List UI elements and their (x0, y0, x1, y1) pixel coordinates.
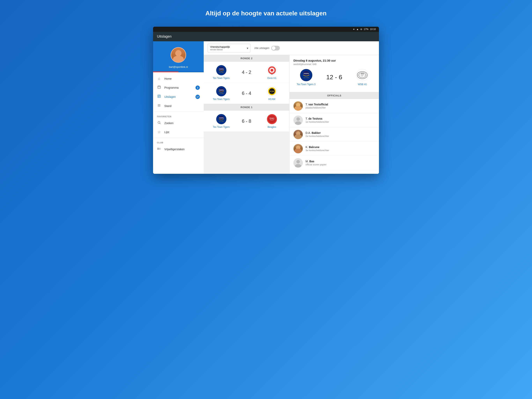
home-icon: ⌂ (157, 77, 161, 81)
dropdown-label: Vriendschappelijk (210, 45, 243, 48)
programma-badge: 2 (196, 85, 200, 90)
official-role: 3e honkscheidsrechter (305, 149, 375, 152)
search-icon (157, 121, 161, 125)
svg-text:HCAW: HCAW (270, 90, 274, 92)
sidebar-item-programma[interactable]: Programma 2 (153, 83, 204, 92)
sidebar-item-lijst[interactable]: ☆ Lijst (153, 128, 204, 137)
match-item[interactable]: TIGERS TEX TOWN Tex Town Tigers 6 - 8 (204, 111, 289, 132)
svg-rect-15 (158, 149, 158, 150)
official-info: T. van Testofficial plaatscheidsrechter (305, 103, 375, 109)
detail-away-logo: WSB APL. (356, 69, 369, 81)
sidebar-item-label: Stand (164, 104, 171, 108)
match-item[interactable]: TIGERS TEX TOWN Tex Town Tigers 6 - 4 (204, 83, 289, 104)
signal-icon: ▲ (356, 28, 359, 31)
away-team-name: Beagles (267, 126, 276, 129)
sidebar: bart@sportlink.nl ⌂ Home Programma 2 (153, 41, 204, 174)
sidebar-item-uitslagen[interactable]: Uitslagen 17 (153, 92, 204, 101)
uitslagen-badge: 17 (196, 95, 200, 99)
home-team-logo: TIGERS TEX TOWN (216, 86, 227, 97)
svg-point-24 (271, 69, 273, 72)
sidebar-item-label: Uitslagen (164, 95, 176, 98)
official-item: T. van Testofficial plaatscheidsrechter (290, 99, 379, 113)
page-hero-title: Altijd op de hoogte van actuele uitslage… (202, 6, 330, 21)
official-item: M. Bas official scorer papier (290, 156, 379, 170)
official-role: 2e honkscheidsrechter (305, 135, 375, 138)
detail-match-num: wedstrijdnummer: 648 (293, 63, 375, 66)
filter-bar: Vriendschappelijk eerste klasse ▾ Alle u… (204, 41, 379, 55)
calendar-icon (157, 85, 161, 90)
sidebar-item-label: Lijst (164, 130, 169, 134)
device-frame: ∗ ▲ ⊜ 17% 10:10 Uitslagen bart@sportlink… (153, 27, 379, 174)
sidebar-nav: ⌂ Home Programma 2 Uitslagen 17 (153, 72, 204, 174)
svg-text:TEX TOWN: TEX TOWN (219, 93, 223, 94)
detail-score-row: TIGERS TEX TOWN Tex Town Tigers 3 12 - 6 (293, 69, 375, 86)
sidebar-item-label: Vrijwilligerstaken (164, 148, 185, 151)
home-team-name[interactable]: Tex Town Tigers (213, 77, 230, 79)
avatar (171, 47, 186, 63)
official-item: T. de Testvos 1e honkscheidsrechter (290, 113, 379, 127)
sidebar-item-stand[interactable]: Stand (153, 101, 204, 110)
star-icon: ☆ (157, 130, 161, 134)
content-split: RONDE 2 TIGERS TEX TOWN (204, 55, 379, 174)
svg-text:TIGERS: TIGERS (219, 117, 224, 119)
matches-list: RONDE 2 TIGERS TEX TOWN (204, 55, 289, 174)
app-body: bart@sportlink.nl ⌂ Home Programma 2 (153, 41, 379, 174)
results-icon (157, 95, 161, 99)
detail-date: Dinsdag 8 augustus, 21:30 uur (293, 59, 375, 62)
app-title: Uitslagen (157, 34, 171, 38)
section-favorieten: FAVORIETEN (153, 113, 204, 118)
svg-text:TIGERS: TIGERS (219, 68, 224, 70)
dropdown-sub: eerste klasse (210, 48, 243, 51)
main-content: Vriendschappelijk eerste klasse ▾ Alle u… (204, 41, 379, 174)
svg-line-12 (160, 123, 160, 124)
official-avatar (293, 116, 303, 125)
user-email: bart@sportlink.nl (169, 65, 188, 68)
official-avatar (293, 101, 303, 111)
app-bar: Uitslagen (153, 32, 379, 41)
detail-score: 12 - 6 (326, 74, 342, 81)
alle-uitslagen-toggle[interactable] (271, 46, 280, 51)
sidebar-item-vrijwilligerstaken[interactable]: Vrijwilligerstaken (153, 145, 204, 154)
svg-rect-0 (158, 86, 160, 89)
sidebar-item-label: Programma (164, 86, 178, 89)
home-team-name[interactable]: Tex Town Tigers (213, 126, 230, 129)
match-item[interactable]: TIGERS TEX TOWN Tex Town Tigers 4 - 2 (204, 62, 289, 83)
svg-text:AVV: AVV (271, 74, 273, 75)
detail-home-team-name[interactable]: Tex Town Tigers 3 (297, 83, 316, 86)
away-team-block: HCAW B HCAW (258, 86, 285, 101)
dropdown-arrow-icon: ▾ (247, 46, 248, 50)
svg-point-40 (268, 115, 276, 123)
official-info: M. Bas official scorer papier (305, 160, 375, 166)
sidebar-item-home[interactable]: ⌂ Home (153, 74, 204, 83)
svg-point-11 (158, 121, 160, 123)
svg-text:TEX TOWN: TEX TOWN (303, 77, 309, 78)
sidebar-item-label: Home (164, 77, 171, 80)
home-team-block: TIGERS TEX TOWN Tex Town Tigers (208, 86, 235, 101)
competition-dropdown[interactable]: Vriendschappelijk eerste klasse ▾ (208, 44, 250, 52)
battery-text: 17% (364, 28, 368, 31)
away-team-block: AVV Ovvo H1 (258, 65, 285, 79)
official-avatar-placeholder (293, 158, 303, 167)
sidebar-item-label: Zoeken (164, 122, 173, 125)
official-info: T. de Testvos 1e honkscheidsrechter (305, 117, 375, 123)
match-score: 4 - 2 (235, 70, 258, 75)
svg-text:APL.: APL. (361, 76, 363, 77)
official-name: T. de Testvos (305, 117, 375, 120)
official-info: D.A. Bakker 2e honkscheidsrechter (305, 131, 375, 138)
away-team-block: Beagles Beagles (258, 114, 285, 129)
official-avatar (293, 158, 303, 167)
svg-text:TEX TOWN: TEX TOWN (219, 121, 223, 122)
nav-divider-2 (153, 138, 204, 138)
official-name: M. Bas (305, 160, 375, 163)
time-text: 10:10 (370, 28, 376, 31)
sidebar-item-zoeken[interactable]: Zoeken (153, 118, 204, 128)
away-team-logo: HCAW B (266, 86, 277, 97)
svg-point-53 (296, 117, 300, 121)
detail-header: Dinsdag 8 augustus, 21:30 uur wedstrijdn… (290, 55, 379, 92)
svg-text:TIGERS: TIGERS (219, 90, 224, 91)
toggle-wrapper: Alle uitslagen (254, 46, 280, 51)
official-avatar (293, 130, 303, 139)
round-2-header: RONDE 2 (204, 55, 289, 62)
home-team-name[interactable]: Tex Town Tigers (213, 98, 230, 101)
svg-text:B: B (272, 93, 272, 94)
